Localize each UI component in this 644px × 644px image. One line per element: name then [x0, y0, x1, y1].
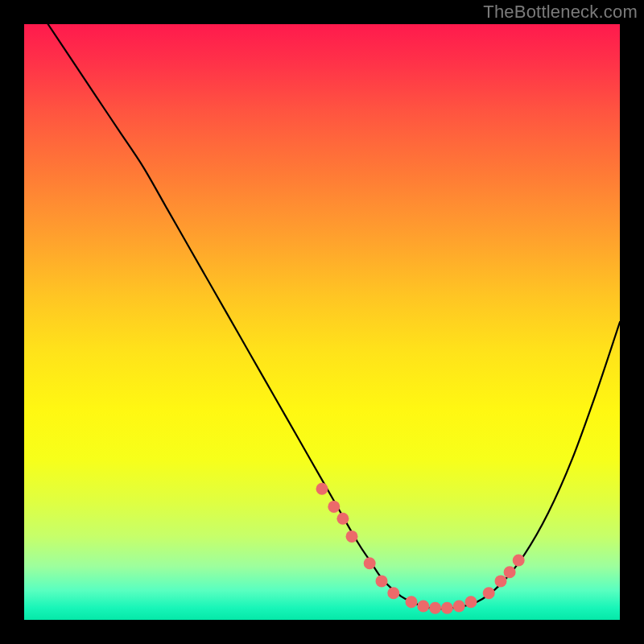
highlight-point	[441, 602, 453, 614]
highlight-point	[465, 596, 477, 608]
chart-frame: TheBottleneck.com	[0, 0, 644, 644]
highlight-point	[417, 600, 429, 612]
watermark-text: TheBottleneck.com	[483, 2, 638, 23]
highlight-point	[513, 555, 525, 567]
highlight-point	[483, 587, 495, 599]
highlight-point	[429, 602, 441, 614]
highlight-point	[504, 566, 516, 578]
highlight-point	[387, 587, 399, 599]
highlight-point	[406, 596, 418, 608]
highlight-point	[495, 575, 507, 587]
highlight-point	[336, 513, 349, 525]
chart-svg	[24, 24, 620, 620]
highlight-point	[376, 575, 388, 587]
bottleneck-curve	[48, 24, 620, 609]
highlight-point	[328, 501, 340, 513]
highlight-point	[453, 600, 465, 612]
highlight-point	[316, 483, 328, 495]
highlight-point	[346, 530, 358, 543]
plot-area	[24, 24, 620, 620]
highlight-point	[364, 557, 376, 569]
highlight-points	[316, 483, 525, 614]
